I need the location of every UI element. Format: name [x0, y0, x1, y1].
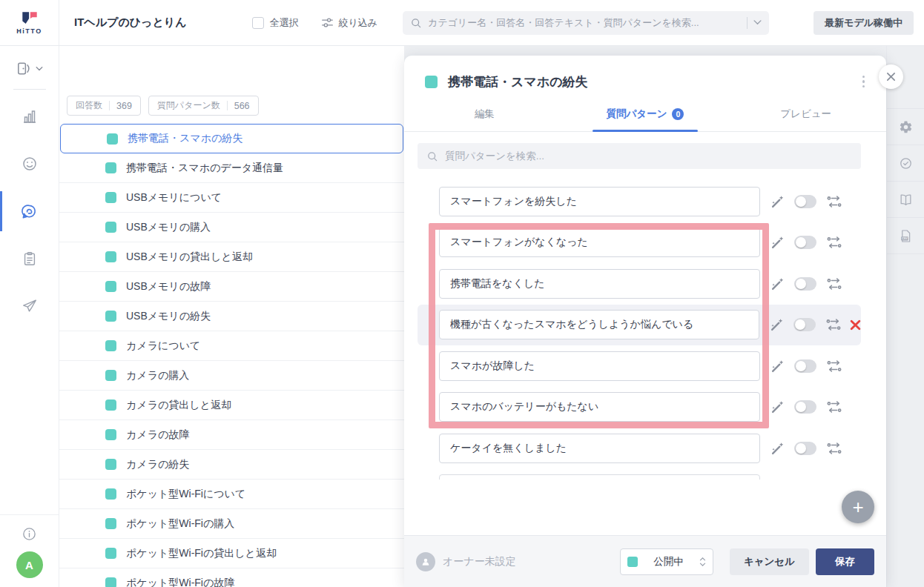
- patterns-count-badge: 質問パターン数 566: [148, 96, 259, 116]
- list-item[interactable]: ポケット型Wi-Fiの購入: [59, 509, 404, 539]
- answers-count-label: 回答数: [76, 99, 102, 112]
- list-item[interactable]: ポケット型Wi-Fiの貸出しと返却: [59, 539, 404, 568]
- list-item[interactable]: カメラの故障: [59, 420, 404, 450]
- list-item[interactable]: USBメモリの故障: [59, 272, 404, 302]
- pattern-toggle[interactable]: [793, 318, 816, 331]
- publish-status-value: 公開中: [645, 555, 692, 568]
- pattern-search-bar[interactable]: [418, 143, 861, 169]
- sidebar-item-analytics[interactable]: [0, 93, 59, 140]
- pattern-input[interactable]: [439, 434, 760, 463]
- kebab-menu-icon[interactable]: [859, 72, 869, 92]
- list-item[interactable]: カメラについて: [59, 331, 404, 361]
- publish-status-select[interactable]: 公開中: [620, 548, 713, 575]
- pattern-toggle[interactable]: [794, 195, 816, 208]
- pattern-toggle[interactable]: [794, 236, 816, 249]
- model-status-button[interactable]: 最新モデル稼働中: [814, 11, 914, 35]
- pattern-search-input[interactable]: [445, 150, 852, 162]
- csv-export-rail-button[interactable]: CSV: [887, 218, 924, 254]
- user-avatar[interactable]: A: [16, 551, 43, 578]
- list-item-label: ポケット型Wi-Fiの購入: [126, 517, 234, 531]
- list-item[interactable]: USBメモリについて: [59, 183, 404, 213]
- filter-control[interactable]: 絞り込み: [321, 16, 378, 30]
- tab-question-patterns[interactable]: 質問パターン 0: [565, 97, 726, 131]
- list-item[interactable]: カメラの購入: [59, 361, 404, 391]
- variation-icon[interactable]: [826, 276, 842, 292]
- list-item[interactable]: USBメモリの貸出しと返却: [59, 242, 404, 272]
- wand-icon[interactable]: [769, 316, 785, 333]
- pattern-input[interactable]: [439, 269, 760, 299]
- pattern-toggle[interactable]: [794, 400, 816, 414]
- variation-icon[interactable]: [826, 234, 842, 251]
- pattern-toggle[interactable]: [794, 442, 816, 455]
- chevron-down-icon[interactable]: [753, 20, 762, 25]
- variation-icon[interactable]: [826, 358, 842, 374]
- sidebar-item-tasks[interactable]: [0, 235, 59, 282]
- info-icon[interactable]: [22, 526, 37, 542]
- workspace-switcher[interactable]: [16, 61, 43, 76]
- close-icon: [886, 72, 896, 82]
- variation-icon[interactable]: [825, 316, 842, 333]
- variation-icon[interactable]: [826, 440, 842, 457]
- hitto-logo-text: HiTTO: [16, 27, 42, 35]
- list-item[interactable]: USBメモリの紛失: [59, 302, 404, 331]
- select-all-checkbox[interactable]: [252, 17, 264, 29]
- pattern-input[interactable]: [439, 187, 760, 216]
- wand-icon[interactable]: [770, 276, 786, 292]
- category-color-icon: [105, 192, 116, 203]
- category-color-icon: [105, 340, 116, 351]
- tab-edit[interactable]: 編集: [404, 97, 565, 131]
- category-color-icon: [105, 488, 116, 500]
- add-pattern-button[interactable]: +: [842, 491, 874, 523]
- list-item[interactable]: USBメモリの購入: [59, 213, 404, 242]
- sidebar-bottom: A: [0, 514, 59, 587]
- pattern-toggle[interactable]: [794, 359, 816, 373]
- wand-icon[interactable]: [770, 440, 786, 457]
- patterns-count-label: 質問パターン数: [157, 99, 220, 112]
- wand-icon[interactable]: [770, 193, 786, 210]
- sidebar-item-feedback[interactable]: [0, 140, 59, 188]
- list-item-label: カメラについて: [126, 339, 200, 353]
- select-all-control[interactable]: 全選択: [252, 16, 299, 30]
- pattern-input[interactable]: [439, 310, 759, 339]
- pattern-toggle[interactable]: [794, 277, 816, 291]
- badge-divider: [109, 101, 110, 110]
- cancel-button[interactable]: キャンセル: [730, 548, 809, 575]
- settings-rail-button[interactable]: [887, 109, 924, 145]
- category-color-icon: [105, 399, 116, 411]
- wand-icon[interactable]: [770, 358, 786, 374]
- pattern-input[interactable]: [439, 228, 760, 257]
- sidebar-item-broadcast[interactable]: [0, 282, 59, 330]
- category-color-icon: [105, 281, 116, 292]
- tab-edit-label: 編集: [475, 107, 495, 121]
- list-item[interactable]: カメラの貸出しと返却: [59, 391, 404, 420]
- category-color-icon: [105, 548, 116, 559]
- list-item-label: カメラの購入: [126, 369, 189, 382]
- list-item[interactable]: ポケット型Wi-Fiについて: [59, 480, 404, 509]
- global-search-input[interactable]: [428, 17, 741, 28]
- pattern-input[interactable]: [439, 474, 760, 480]
- tab-preview[interactable]: プレビュー: [725, 97, 886, 131]
- hitto-logo[interactable]: HiTTO: [0, 0, 59, 45]
- list-item[interactable]: 携帯電話・スマホの紛失: [60, 124, 403, 153]
- approve-rail-button[interactable]: [887, 145, 924, 182]
- owner-setting[interactable]: オーナー未設定: [416, 552, 516, 571]
- save-button[interactable]: 保存: [816, 548, 874, 575]
- delete-pattern-icon[interactable]: [850, 319, 861, 331]
- select-all-label: 全選択: [270, 16, 299, 30]
- check-circle-icon: [899, 156, 913, 170]
- variation-icon[interactable]: [826, 399, 842, 415]
- dictionary-rail-button[interactable]: [887, 182, 924, 218]
- list-item[interactable]: ポケット型Wi-Fiの故障: [59, 568, 404, 587]
- gear-icon: [899, 120, 913, 134]
- wand-icon[interactable]: [770, 399, 786, 415]
- variation-icon[interactable]: [826, 193, 842, 210]
- wand-icon[interactable]: [770, 234, 786, 251]
- pattern-input[interactable]: [439, 351, 760, 381]
- global-search-bar[interactable]: [403, 11, 769, 35]
- pattern-input[interactable]: [439, 392, 760, 422]
- list-item[interactable]: カメラの紛失: [59, 450, 404, 480]
- sidebar-item-knowledge[interactable]: [0, 188, 59, 235]
- list-item[interactable]: 携帯電話・スマホのデータ通信量: [59, 153, 404, 183]
- catalog-counters: 回答数 369 質問パターン数 566: [67, 96, 404, 116]
- close-panel-button[interactable]: [879, 64, 903, 89]
